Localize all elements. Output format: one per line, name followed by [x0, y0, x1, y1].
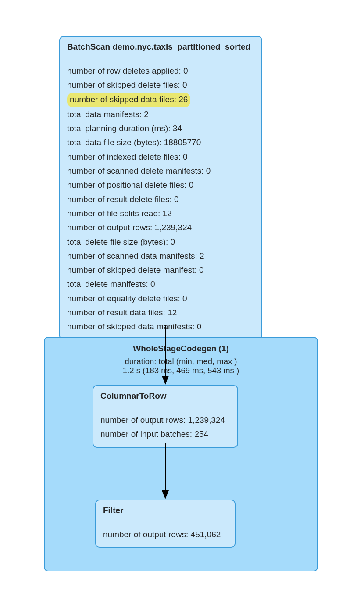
filter-title: Filter [103, 506, 228, 515]
filter-node: Filter number of output rows: 451,062 [95, 500, 236, 548]
filter-output-rows: number of output rows: 451,062 [103, 528, 228, 542]
